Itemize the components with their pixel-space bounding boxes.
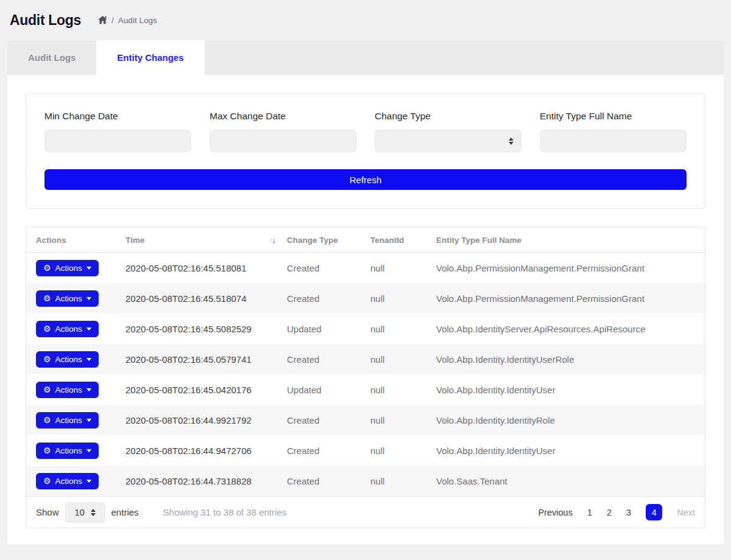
cell-tenant-id: null xyxy=(370,476,436,486)
actions-button[interactable]: ⚙Actions xyxy=(36,412,99,429)
gear-icon: ⚙ xyxy=(43,477,51,485)
cell-entity-type: Volo.Abp.Identity.IdentityUser xyxy=(436,385,705,395)
table-footer: Show 10 entries Showing 31 to 38 of 38 e… xyxy=(26,496,705,528)
caret-down-icon xyxy=(87,358,91,361)
cell-change-type: Created xyxy=(287,446,370,456)
page-size-select[interactable]: 10 xyxy=(65,502,105,523)
gear-icon: ⚙ xyxy=(43,446,51,455)
actions-button[interactable]: ⚙Actions xyxy=(36,382,99,398)
cell-entity-type: Volo.Abp.PermissionManagement.Permission… xyxy=(436,263,705,273)
cell-tenant-id: null xyxy=(370,263,436,273)
cell-tenant-id: null xyxy=(370,446,436,456)
gear-icon: ⚙ xyxy=(43,264,51,272)
cell-tenant-id: null xyxy=(370,354,436,365)
gear-icon: ⚙ xyxy=(43,355,51,363)
entity-type-label: Entity Type Full Name xyxy=(540,111,687,122)
gear-icon: ⚙ xyxy=(43,324,51,333)
entries-label: entries xyxy=(111,507,139,517)
cell-time: 2020-05-08T02:16:45.0420176 xyxy=(125,385,287,395)
gear-icon: ⚙ xyxy=(43,385,51,394)
page-header: Audit Logs / Audit Logs xyxy=(0,0,731,40)
table-row: ⚙Actions 2020-05-08T02:16:44.9921792 Cre… xyxy=(26,405,705,435)
select-updown-icon xyxy=(509,138,514,145)
pagination-page-2[interactable]: 2 xyxy=(607,508,612,517)
column-header-tenant-id: TenantId xyxy=(370,236,436,245)
max-change-date-label: Max Change Date xyxy=(210,111,356,122)
column-header-change-type: Change Type xyxy=(287,236,370,245)
cell-entity-type: Volo.Abp.PermissionManagement.Permission… xyxy=(436,293,705,304)
min-change-date-label: Min Change Date xyxy=(44,111,191,122)
cell-entity-type: Volo.Abp.Identity.IdentityUser xyxy=(436,446,705,456)
cell-change-type: Created xyxy=(287,263,370,273)
cell-entity-type: Volo.Abp.Identity.IdentityRole xyxy=(436,415,705,425)
entity-changes-table: Actions Time ↑↓ Change Type TenantId Ent… xyxy=(26,227,705,528)
filter-entity-type: Entity Type Full Name xyxy=(540,111,687,152)
actions-button[interactable]: ⚙Actions xyxy=(36,443,99,459)
cell-time: 2020-05-08T02:16:44.7318828 xyxy=(125,476,287,486)
refresh-button[interactable]: Refresh xyxy=(44,169,687,190)
filter-max-change-date: Max Change Date xyxy=(210,111,356,152)
pagination-next[interactable]: Next xyxy=(677,508,695,517)
caret-down-icon xyxy=(87,419,91,422)
gear-icon: ⚙ xyxy=(43,416,51,424)
cell-entity-type: Volo.Abp.Identity.IdentityUserRole xyxy=(436,354,705,365)
pagination-page-1[interactable]: 1 xyxy=(587,508,592,517)
change-type-label: Change Type xyxy=(375,111,521,122)
column-header-time[interactable]: Time ↑↓ xyxy=(125,236,287,245)
actions-button[interactable]: ⚙Actions xyxy=(36,290,99,307)
pagination-page-3[interactable]: 3 xyxy=(626,508,631,517)
caret-down-icon xyxy=(87,267,91,270)
showing-entries-text: Showing 31 to 38 of 38 entries xyxy=(163,507,287,517)
table-row: ⚙Actions 2020-05-08T02:16:45.518074 Crea… xyxy=(26,283,705,313)
entity-type-input[interactable] xyxy=(540,130,687,152)
pagination: Previous 1 2 3 4 Next xyxy=(539,504,695,520)
caret-down-icon xyxy=(87,449,91,452)
cell-time: 2020-05-08T02:16:45.518081 xyxy=(125,263,287,273)
pagination-previous[interactable]: Previous xyxy=(539,508,573,517)
cell-time: 2020-05-08T02:16:45.5082529 xyxy=(125,324,287,334)
home-icon[interactable] xyxy=(98,16,107,24)
change-type-select[interactable] xyxy=(375,130,521,152)
actions-button[interactable]: ⚙Actions xyxy=(36,321,99,337)
breadcrumb: / Audit Logs xyxy=(98,16,157,25)
cell-change-type: Updated xyxy=(287,324,370,334)
gear-icon: ⚙ xyxy=(43,294,51,303)
table-row: ⚙Actions 2020-05-08T02:16:45.518081 Crea… xyxy=(26,253,705,283)
main-panel: Audit Logs Entity Changes Min Change Dat… xyxy=(7,40,724,544)
max-change-date-input[interactable] xyxy=(210,130,356,152)
actions-button[interactable]: ⚙Actions xyxy=(36,351,99,368)
column-header-actions: Actions xyxy=(36,236,125,245)
breadcrumb-separator: / xyxy=(111,16,114,25)
pagination-page-4-active[interactable]: 4 xyxy=(646,504,662,520)
column-header-entity-type: Entity Type Full Name xyxy=(436,236,705,245)
caret-down-icon xyxy=(87,297,91,300)
cell-change-type: Created xyxy=(287,415,370,425)
cell-change-type: Created xyxy=(287,354,370,365)
cell-tenant-id: null xyxy=(370,415,436,425)
actions-button[interactable]: ⚙Actions xyxy=(36,473,99,489)
tab-audit-logs[interactable]: Audit Logs xyxy=(7,40,96,75)
cell-tenant-id: null xyxy=(370,385,436,395)
cell-tenant-id: null xyxy=(370,293,436,304)
min-change-date-input[interactable] xyxy=(44,130,191,152)
actions-button[interactable]: ⚙Actions xyxy=(36,260,99,276)
sort-icon[interactable]: ↑↓ xyxy=(269,236,275,245)
table-row: ⚙Actions 2020-05-08T02:16:45.0579741 Cre… xyxy=(26,344,705,374)
caret-down-icon xyxy=(87,388,91,391)
tab-entity-changes[interactable]: Entity Changes xyxy=(96,40,204,75)
cell-time: 2020-05-08T02:16:45.0579741 xyxy=(125,354,287,365)
caret-down-icon xyxy=(87,327,91,331)
cell-entity-type: Volo.Abp.IdentityServer.ApiResources.Api… xyxy=(436,324,705,334)
tab-strip: Audit Logs Entity Changes xyxy=(7,40,724,75)
cell-entity-type: Volo.Saas.Tenant xyxy=(436,476,705,486)
cell-time: 2020-05-08T02:16:44.9921792 xyxy=(125,415,287,425)
page-size-value: 10 xyxy=(74,507,85,517)
filter-min-change-date: Min Change Date xyxy=(44,111,191,152)
select-updown-icon xyxy=(91,509,96,516)
cell-change-type: Created xyxy=(287,476,370,486)
table-header-row: Actions Time ↑↓ Change Type TenantId Ent… xyxy=(26,228,705,253)
page-title: Audit Logs xyxy=(10,12,81,29)
breadcrumb-current: Audit Logs xyxy=(118,16,157,25)
table-row: ⚙Actions 2020-05-08T02:16:45.5082529 Upd… xyxy=(26,313,705,344)
tab-content: Min Change Date Max Change Date Change T… xyxy=(7,75,724,544)
